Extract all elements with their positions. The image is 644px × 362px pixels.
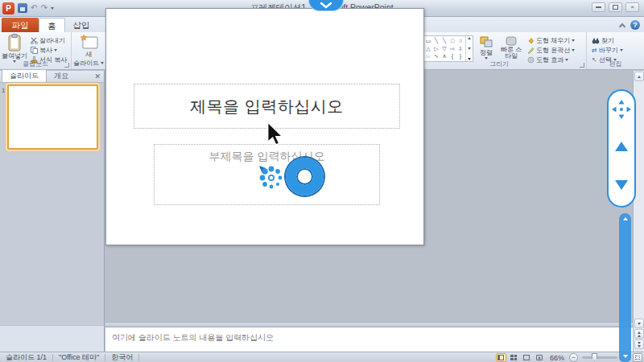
panel-footer (0, 325, 104, 352)
next-slide-icon[interactable] (634, 339, 644, 349)
help-icon[interactable]: ? (630, 20, 640, 30)
tab-slides-thumbnails[interactable]: 슬라이드 (2, 69, 47, 82)
new-slide-icon (79, 34, 98, 50)
nav-up-icon[interactable] (615, 142, 628, 151)
group-clipboard: 붙여넣기 잘라내기 (0, 32, 72, 69)
zoom-level-label[interactable]: 66% (547, 354, 567, 362)
remote-nav-overlay[interactable] (607, 89, 636, 208)
slide-count-status: 슬라이드 1/1 (0, 352, 52, 362)
reading-view-button[interactable] (522, 353, 532, 362)
zoom-slider-thumb[interactable] (592, 353, 597, 361)
minimize-button[interactable] (592, 2, 605, 12)
replace-icon: ⇄ (592, 47, 597, 55)
shape-fill-icon (527, 37, 535, 44)
tab-insert[interactable]: 삽입 (65, 18, 98, 32)
panel-close-icon[interactable]: ✕ (94, 72, 101, 80)
shape-outline-icon (527, 47, 535, 54)
click-indicator-ring (286, 158, 324, 195)
slide-number-label: 1 (2, 87, 5, 94)
copy-dropdown-icon (54, 49, 57, 51)
overlay-scroll-down-icon[interactable] (623, 355, 628, 358)
overlay-scroll-up-icon[interactable] (623, 217, 628, 220)
group-drawing: ▱▭╲╲□○ ◇△▷▽⇨⇩ ○☆∿∧{} 정렬 (412, 32, 587, 69)
clipboard-dialog-launcher-icon[interactable] (64, 63, 69, 68)
copy-icon (31, 47, 38, 54)
shapes-scrollbar[interactable] (465, 36, 473, 61)
shapes-scroll-down-icon (468, 47, 471, 50)
replace-button[interactable]: ⇄ 바꾸기 (590, 46, 644, 55)
cut-button[interactable]: 잘라내기 (29, 36, 68, 45)
quick-styles-icon (505, 35, 518, 47)
copy-button[interactable]: 복사 (29, 46, 68, 55)
shape-fill-button[interactable]: 도형 채우기 (526, 36, 576, 45)
theme-status[interactable]: "Office 테마" (53, 352, 105, 362)
notes-pane[interactable]: 여기에 슬라이드 노트의 내용을 입력하십시오 (105, 327, 633, 352)
shapes-scroll-up-icon (468, 37, 471, 39)
find-button[interactable]: 찾기 (590, 36, 644, 45)
arrange-icon (479, 35, 493, 48)
normal-view-button[interactable] (496, 353, 506, 362)
slide-canvas[interactable]: 제목을 입력하십시오 부제목을 입력하십시오 (105, 8, 424, 245)
tab-file[interactable]: 파일 (2, 18, 39, 32)
status-bar: 슬라이드 1/1 "Office 테마" 한국어 66% − + (0, 352, 644, 362)
scissors-icon (31, 37, 38, 44)
busy-spinner-icon (256, 162, 287, 196)
find-binoculars-icon (592, 38, 600, 44)
shape-outline-button[interactable]: 도형 윤곽선 (526, 46, 576, 55)
zoom-slider[interactable] (582, 356, 617, 359)
slide-sorter-view-button[interactable] (509, 353, 519, 362)
chevron-down-icon (320, 2, 332, 9)
tab-outline[interactable]: 개요 (47, 70, 76, 82)
group-label-clipboard: 클립보드 (0, 60, 71, 68)
pan-move-icon[interactable] (611, 99, 632, 120)
zoom-out-icon[interactable]: − (569, 353, 578, 362)
language-status[interactable]: 한국어 (105, 352, 138, 362)
restore-button[interactable] (609, 2, 622, 12)
powerpoint-window: P ↶ ↷ 프레젠테이션1 - Microsoft PowerPoint × 파… (0, 0, 644, 362)
close-button[interactable]: × (625, 2, 639, 12)
nav-down-icon[interactable] (615, 180, 628, 190)
overlay-scrollbar[interactable] (619, 213, 631, 362)
tab-home[interactable]: 홈 (39, 18, 65, 32)
group-label-editing: 편집 (587, 60, 644, 68)
fit-to-window-icon[interactable] (633, 353, 642, 362)
scroll-down-icon[interactable] (634, 319, 644, 328)
group-label-drawing: 그리기 (412, 60, 586, 68)
previous-slide-icon[interactable] (634, 329, 644, 339)
slides-outline-panel: 슬라이드 개요 ✕ 1 (0, 71, 105, 352)
slide-thumbnail-1[interactable] (7, 84, 98, 150)
drawing-dialog-launcher-icon[interactable] (580, 63, 584, 68)
scroll-up-icon[interactable] (634, 72, 644, 81)
clipboard-icon (6, 34, 23, 51)
notes-placeholder: 여기에 슬라이드 노트의 내용을 입력하십시오 (112, 333, 274, 342)
ribbon-collapse-icon[interactable] (619, 23, 625, 29)
mouse-cursor-icon (266, 122, 284, 150)
slideshow-view-button[interactable] (535, 353, 545, 362)
group-editing: 찾기 ⇄ 바꾸기 ↖ 선택 편집 (587, 32, 644, 69)
